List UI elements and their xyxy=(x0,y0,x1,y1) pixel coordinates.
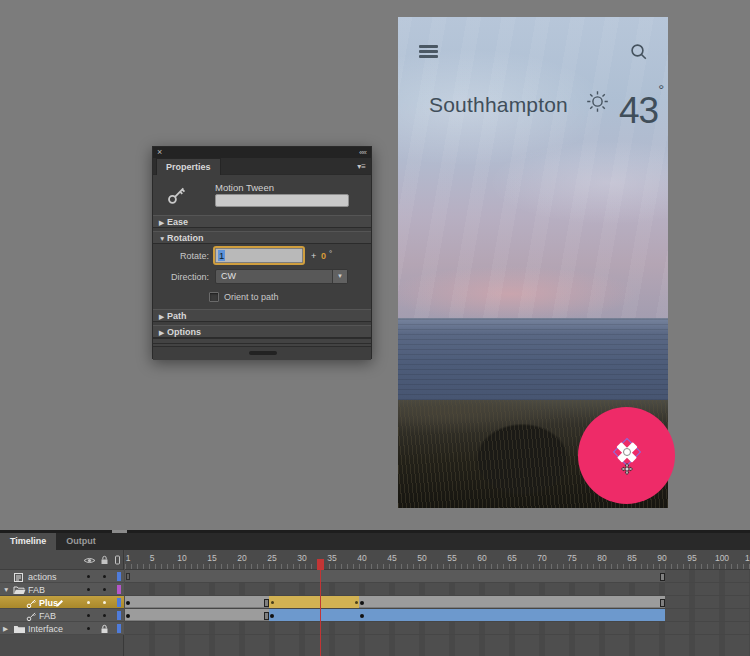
outline-color-swatch[interactable] xyxy=(117,624,121,633)
key-sm-marker[interactable] xyxy=(271,601,274,604)
ruler-label: 105 xyxy=(745,553,750,563)
dropdown-arrow-icon: ▼ xyxy=(332,270,347,283)
ruler-label: 1 xyxy=(126,553,131,563)
layer-name[interactable]: FAB xyxy=(28,585,45,595)
transform-point[interactable] xyxy=(623,448,631,456)
selected-frame-span[interactable] xyxy=(269,596,359,608)
static-frame-span[interactable] xyxy=(125,596,269,608)
end-marker[interactable] xyxy=(660,599,665,607)
outline-color-swatch[interactable] xyxy=(117,598,121,607)
layer-lock-dot[interactable] xyxy=(103,601,106,604)
static-frame-span[interactable] xyxy=(125,609,269,621)
static-frame-span[interactable] xyxy=(359,596,665,608)
chevron-right-icon: ▶ xyxy=(159,217,167,229)
orient-to-path-checkbox[interactable] xyxy=(209,292,219,302)
outline-color-swatch[interactable] xyxy=(117,611,121,620)
section-ease[interactable]: ▶Ease xyxy=(153,215,371,228)
layer-row-fab[interactable]: ▼FAB xyxy=(0,583,124,596)
layer-visibility-dot[interactable] xyxy=(87,588,90,591)
outline-color-swatch[interactable] xyxy=(117,585,121,594)
frame-row[interactable] xyxy=(125,583,750,596)
section-rotation[interactable]: ▼Rotation xyxy=(153,231,371,244)
lock-icon[interactable] xyxy=(100,624,109,636)
rotate-extra-degrees[interactable]: 0 xyxy=(321,251,326,261)
outline-color-swatch[interactable] xyxy=(117,572,121,581)
orient-to-path-label: Orient to path xyxy=(224,292,279,302)
outline-color-icon[interactable] xyxy=(114,555,121,565)
layer-lock-dot[interactable] xyxy=(103,614,106,617)
frame-rows[interactable] xyxy=(125,570,750,635)
panel-titlebar[interactable]: × «« xyxy=(153,147,371,158)
mockup-header xyxy=(398,17,668,77)
layer-lock-dot[interactable] xyxy=(103,588,106,591)
instance-name-input[interactable] xyxy=(215,194,349,207)
layer-visibility-dot[interactable] xyxy=(87,614,90,617)
ruler-label: 50 xyxy=(417,553,426,563)
playhead-marker[interactable] xyxy=(317,559,324,570)
playhead-line xyxy=(320,570,321,656)
section-path[interactable]: ▶Path xyxy=(153,309,371,322)
collapse-icon[interactable]: «« xyxy=(359,147,366,158)
frames-area[interactable]: 1510152025303540455055606570758085909510… xyxy=(125,550,750,656)
tween-frame-span[interactable] xyxy=(269,609,665,621)
location-label: Southhampton xyxy=(429,93,568,117)
end-marker[interactable] xyxy=(264,612,269,620)
pencil-icon xyxy=(55,598,65,610)
rotate-count-input[interactable]: 1 xyxy=(215,248,303,263)
layer-visibility-dot[interactable] xyxy=(87,575,90,578)
ruler-label: 80 xyxy=(597,553,606,563)
ruler-label: 35 xyxy=(327,553,336,563)
key-sm-marker[interactable] xyxy=(355,601,358,604)
hamburger-menu-icon[interactable] xyxy=(419,45,438,58)
layer-row-fab[interactable]: FAB xyxy=(0,609,124,622)
panel-body: Motion Tween ▶Ease ▼Rotation Rotate: 1 +… xyxy=(153,175,371,360)
ruler-label: 70 xyxy=(537,553,546,563)
ruler-label: 25 xyxy=(267,553,276,563)
ocean-photo xyxy=(398,318,668,400)
empty-frame-span[interactable] xyxy=(125,570,665,582)
end-marker[interactable] xyxy=(660,573,665,581)
panel-resize-grip[interactable] xyxy=(249,351,277,355)
tab-timeline[interactable]: Timeline xyxy=(0,533,56,550)
plus-symbol[interactable] xyxy=(614,439,640,465)
search-icon[interactable] xyxy=(630,43,648,65)
ruler-label: 40 xyxy=(357,553,366,563)
lock-icon[interactable] xyxy=(100,555,109,565)
tab-output[interactable]: Output xyxy=(56,533,106,550)
frame-row[interactable] xyxy=(125,622,750,635)
section-options[interactable]: ▶Options xyxy=(153,325,371,338)
layer-name[interactable]: FAB xyxy=(39,611,56,621)
layer-name[interactable]: actions xyxy=(28,572,57,582)
layer-row-plus[interactable]: Plus xyxy=(0,596,124,609)
end-marker[interactable] xyxy=(264,599,269,607)
direction-dropdown[interactable]: CW ▼ xyxy=(215,269,348,284)
ruler-label: 95 xyxy=(687,553,696,563)
tab-properties[interactable]: Properties xyxy=(156,158,221,175)
panel-tabbar: Properties ▾≡ xyxy=(153,158,371,175)
layer-visibility-dot[interactable] xyxy=(87,627,90,630)
layer-name[interactable]: Interface xyxy=(28,624,63,634)
motion-tween-icon xyxy=(167,185,187,205)
ruler-label: 45 xyxy=(387,553,396,563)
ruler-label: 65 xyxy=(507,553,516,563)
direction-label: Direction: xyxy=(155,272,209,282)
chevron-down-icon: ▼ xyxy=(159,233,167,245)
folder-toggle-icon[interactable]: ▼ xyxy=(3,586,9,593)
layer-visibility-dot[interactable] xyxy=(87,601,90,604)
layer-list: actions▼FABPlusFAB▶Interface xyxy=(0,550,124,656)
close-icon[interactable]: × xyxy=(157,147,162,158)
fab-button[interactable] xyxy=(578,407,675,504)
eye-icon[interactable] xyxy=(83,556,96,565)
ruler-label: 10 xyxy=(177,553,186,563)
empty-key-marker[interactable] xyxy=(126,573,130,580)
layer-row-interface[interactable]: ▶Interface xyxy=(0,622,124,635)
frame-ruler[interactable]: 1510152025303540455055606570758085909510… xyxy=(125,550,750,570)
ruler-label: 90 xyxy=(657,553,666,563)
ruler-label: 30 xyxy=(297,553,306,563)
layer-row-actions[interactable]: actions xyxy=(0,570,124,583)
ruler-label: 5 xyxy=(150,553,155,563)
layer-lock-dot[interactable] xyxy=(103,575,106,578)
panel-menu-icon[interactable]: ▾≡ xyxy=(357,162,366,171)
folder-toggle-icon[interactable]: ▶ xyxy=(3,625,8,633)
stage-canvas[interactable]: Southhampton 43° xyxy=(0,0,750,530)
